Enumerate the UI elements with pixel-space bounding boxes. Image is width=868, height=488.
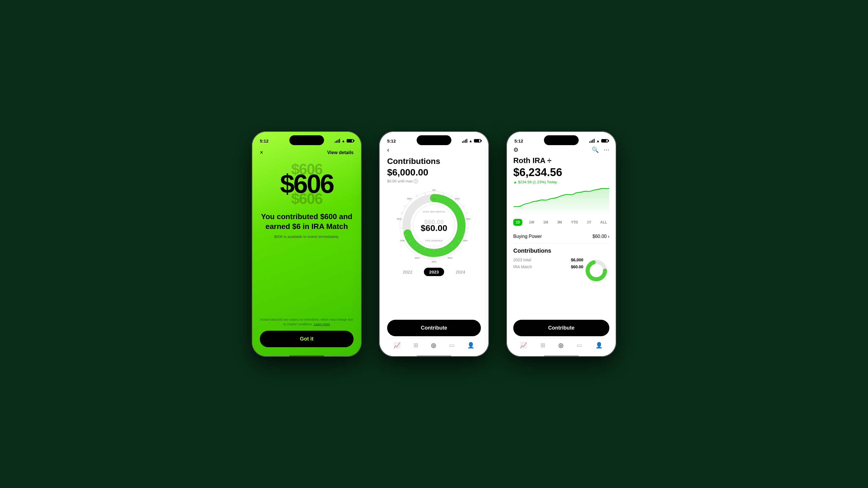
svg-line-21 <box>462 205 465 207</box>
time-selectors: 1D 1W 1M 3M YTD 1Y ALL <box>513 219 609 226</box>
buying-power-value[interactable]: $60.00 › <box>593 234 609 239</box>
phone1-description: You contributed $600 and earned $6 in IR… <box>260 212 353 239</box>
time-3m[interactable]: 3M <box>555 219 564 226</box>
status-time-1: 5:12 <box>260 138 269 143</box>
battery-fill-2 <box>474 140 479 142</box>
nav-grid-icon-3[interactable]: ⊞ <box>540 342 546 349</box>
nav-person-icon-3[interactable]: 👤 <box>595 342 603 349</box>
time-all[interactable]: ALL <box>598 219 609 226</box>
svg-line-37 <box>404 205 406 207</box>
nav-grid-icon-2[interactable]: ⊞ <box>413 342 418 349</box>
contribute-button-phone3[interactable]: Contribute <box>513 320 609 336</box>
signal-bar-1 <box>335 141 336 143</box>
signal-bars-2 <box>462 139 467 143</box>
svg-line-33 <box>404 234 406 236</box>
nav-ira-icon-3[interactable]: ◎ <box>558 342 563 349</box>
svg-text:70% EARNED: 70% EARNED <box>425 239 443 242</box>
description-sub: $606 is available to invest immediately. <box>260 234 353 239</box>
svg-line-30 <box>425 247 425 250</box>
contributions-section-title: Contributions <box>513 248 609 254</box>
time-1y[interactable]: 1Y <box>585 219 594 226</box>
donut-center-value: $60.00 <box>421 224 447 232</box>
bottom-nav-2: 📈 ⊞ ◎ ▭ 👤 <box>387 338 481 353</box>
back-button[interactable]: ‹ <box>387 146 481 154</box>
chart-fill <box>514 188 609 216</box>
nav-person-icon-2[interactable]: 👤 <box>467 342 474 349</box>
phone3-content: ⚙ 🔍 ⋯ Roth IRA ÷ $6,234.56 ▲ $234.56 (1.… <box>506 146 616 357</box>
dynamic-island-1 <box>289 135 324 145</box>
description-heading: You contributed $600 and earned $6 in IR… <box>260 212 353 232</box>
contributions-sub: $0.00 until max i <box>387 179 481 183</box>
wifi-icon-3: ▲ <box>596 139 600 143</box>
money-shadow-bottom: $606 <box>291 191 322 206</box>
contrib-ira-row: IRA Match $60.00 <box>513 264 583 269</box>
year-2023[interactable]: 2023 <box>424 268 444 276</box>
time-1m[interactable]: 1M <box>541 219 551 226</box>
money-display: $606 $606 $606 <box>260 162 353 206</box>
contributions-title: Contributions <box>387 157 481 166</box>
phone1-content: × View details $606 $606 $606 You contri… <box>252 146 362 357</box>
svg-line-39 <box>416 195 418 197</box>
contrib-2023-label: 2023 total <box>513 258 531 262</box>
header-right-icons: 🔍 ⋯ <box>592 146 609 153</box>
home-indicator-3 <box>544 355 579 357</box>
time-1d[interactable]: 1D <box>513 219 522 226</box>
phone2-content: ‹ Contributions $6,000.00 $0.00 until ma… <box>379 146 489 357</box>
nav-ira-icon-2[interactable]: ◎ <box>431 342 436 349</box>
search-icon[interactable]: 🔍 <box>592 146 599 153</box>
phone-1: 5:12 ▲ × View details $606 <box>252 131 362 357</box>
battery-icon-1 <box>347 139 353 142</box>
svg-text:50%: 50% <box>432 260 436 263</box>
svg-text:60%: 60% <box>415 257 420 259</box>
battery-fill-1 <box>347 140 352 142</box>
nav-card-icon-2[interactable]: ▭ <box>449 342 455 349</box>
svg-text:80%: 80% <box>397 218 402 220</box>
svg-text:70%: 70% <box>400 239 404 242</box>
svg-line-31 <box>416 245 417 247</box>
status-time-2: 5:12 <box>387 138 396 143</box>
year-2024[interactable]: 2024 <box>456 269 465 274</box>
nav-chart-icon-3[interactable]: 📈 <box>520 342 527 349</box>
signal-bar-4 <box>339 139 340 143</box>
battery-fill-3 <box>602 140 607 142</box>
roth-amount: $6,234.56 <box>513 166 609 178</box>
wifi-icon-2: ▲ <box>469 139 472 143</box>
got-it-button[interactable]: Got it <box>260 331 353 347</box>
year-2022[interactable]: 2022 <box>403 269 412 274</box>
nav-chart-icon-2[interactable]: 📈 <box>394 342 401 349</box>
learn-more-link[interactable]: Learn more <box>314 322 330 326</box>
svg-line-24 <box>465 228 468 228</box>
time-1w[interactable]: 1W <box>527 219 537 226</box>
chevron-right-icon: › <box>608 234 609 239</box>
phones-container: 5:12 ▲ × View details $606 <box>252 131 616 357</box>
mini-donut-svg <box>583 258 609 284</box>
mini-donut-container <box>583 258 609 284</box>
svg-text:40%: 40% <box>447 257 452 259</box>
svg-line-28 <box>443 247 444 250</box>
home-indicator-2 <box>416 355 452 357</box>
phone-3: 5:12 ▲ ⚙ 🔍 ⋯ <box>506 131 616 357</box>
contribute-button-phone2[interactable]: Contribute <box>387 320 481 336</box>
contrib-ira-value: $60.00 <box>571 264 583 269</box>
status-icons-1: ▲ <box>335 139 353 143</box>
time-ytd[interactable]: YTD <box>569 219 580 226</box>
svg-text:30%: 30% <box>463 239 468 242</box>
nav-card-icon-3[interactable]: ▭ <box>577 342 582 349</box>
view-details-button[interactable]: View details <box>327 150 353 155</box>
year-selector: 2022 2023 2024 <box>387 268 481 276</box>
phone1-disclaimer: Instant deposits are subject to restrict… <box>260 318 353 331</box>
dynamic-island-3 <box>544 135 579 145</box>
battery-icon-2 <box>474 139 481 142</box>
svg-line-18 <box>443 193 443 196</box>
svg-text:2022 IRA MATCH: 2022 IRA MATCH <box>423 210 445 213</box>
info-icon[interactable]: i <box>414 179 418 183</box>
gear-icon[interactable]: ⚙ <box>513 146 519 153</box>
phone3-header: ⚙ 🔍 ⋯ <box>513 146 609 153</box>
more-icon[interactable]: ⋯ <box>603 146 609 153</box>
svg-line-32 <box>409 240 411 242</box>
dynamic-island-2 <box>416 135 452 145</box>
buying-power-label: Buying Power <box>513 234 542 239</box>
contributions-amount: $6,000.00 <box>387 167 481 178</box>
home-indicator-1 <box>289 355 324 357</box>
close-button[interactable]: × <box>260 149 263 156</box>
